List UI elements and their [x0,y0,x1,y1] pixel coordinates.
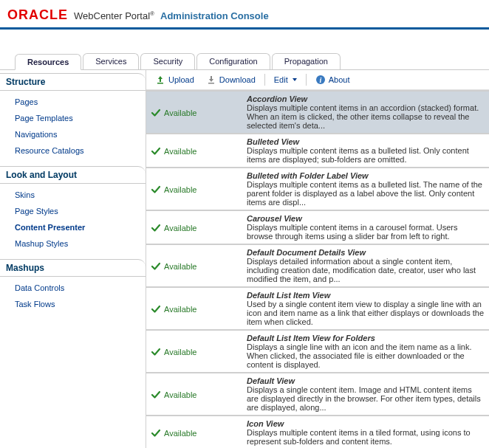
edit-menu-button[interactable]: Edit [271,74,300,86]
list-item[interactable]: AvailableDefault ViewDisplays a single c… [146,372,489,415]
sidebar-item-mashup-styles[interactable]: Mashup Styles [0,235,146,252]
status-label: Available [164,429,196,438]
tab-configuration[interactable]: Configuration [196,53,270,69]
edit-label: Edit [274,75,288,84]
list-item[interactable]: AvailableBulleted ViewDisplays multiple … [146,133,489,167]
list-item[interactable]: AvailableBulleted with Folder Label View… [146,167,489,210]
list-item-description: Displays a single line with an icon and … [247,342,485,369]
list-item-title: Default Document Details View [247,248,485,257]
tab-services[interactable]: Services [83,53,139,69]
list-item-title: Carousel View [247,214,485,223]
list-item-body: Accordion ViewDisplays multiple content … [247,94,485,130]
status-label: Available [164,262,196,271]
list-item-title: Default View [247,376,485,385]
svg-rect-1 [208,83,214,84]
sidebar-item-content-presenter[interactable]: Content Presenter [0,219,146,235]
checkmark-icon [151,185,161,195]
status-badge: Available [151,376,247,412]
list-item-description: Displays detailed information about a si… [247,257,485,283]
sidebar-item-page-styles[interactable]: Page Styles [0,203,146,219]
status-label: Available [164,147,196,156]
tab-resources[interactable]: Resources [15,54,81,70]
list-item[interactable]: AvailableCarousel ViewDisplays multiple … [146,210,489,244]
sidebar-item-skins[interactable]: Skins [0,187,146,203]
status-label: Available [164,185,196,194]
sidebar-item-pages[interactable]: Pages [0,94,146,110]
checkmark-icon [151,390,161,400]
list-item-description: Displays multiple content items as a bul… [247,180,485,207]
list-item[interactable]: AvailableDefault List Item ViewUsed by a… [146,286,489,329]
list-item-title: Default List Item View for Folders [247,334,485,342]
list-item-description: Displays a single content item. Image an… [247,385,485,412]
checkmark-icon [151,304,161,314]
list-item-description: Displays multiple content items in an ac… [247,103,485,130]
info-icon: i [315,75,326,85]
upload-button[interactable]: Upload [152,73,197,86]
main-tabs: ResourcesServicesSecurityConfigurationPr… [0,30,489,70]
sidebar-item-page-templates[interactable]: Page Templates [0,110,146,126]
status-label: Available [164,390,196,399]
status-label: Available [164,305,196,314]
list-item-body: Default List Item View for FoldersDispla… [247,334,485,369]
sidebar: StructurePagesPage TemplatesNavigationsR… [0,70,146,448]
header: ORACLE WebCenter Portal® Administration … [0,0,489,30]
list-item[interactable]: AvailableDefault List Item View for Fold… [146,329,489,372]
status-label: Available [164,108,196,117]
tab-propagation[interactable]: Propagation [272,53,341,69]
status-label: Available [164,348,196,356]
list-item-title: Bulleted with Folder Label View [247,171,485,180]
list-item-title: Icon View [247,419,485,428]
download-icon [206,75,216,85]
toolbar-separator [306,74,307,86]
download-label: Download [219,75,256,84]
svg-rect-0 [157,83,163,84]
list-item-body: Default Document Details ViewDisplays de… [247,248,485,283]
list-item-body: Default ViewDisplays a single content it… [247,376,485,412]
list-item-description: Displays multiple content items in a car… [247,223,485,241]
status-badge: Available [151,137,247,164]
list-item-body: Icon ViewDisplays multiple content items… [247,419,485,446]
list-item-description: Displays multiple content items as a bul… [247,146,485,164]
checkmark-icon [151,347,161,357]
status-badge: Available [151,248,247,283]
sidebar-item-data-controls[interactable]: Data Controls [0,280,146,296]
status-badge: Available [151,334,247,369]
list-item[interactable]: AvailableAccordion ViewDisplays multiple… [146,90,489,133]
status-badge: Available [151,214,247,241]
download-button[interactable]: Download [203,73,259,86]
content-list: AvailableAccordion ViewDisplays multiple… [146,90,489,448]
checkmark-icon [151,108,161,118]
sidebar-item-navigations[interactable]: Navigations [0,126,146,142]
sidebar-item-resource-catalogs[interactable]: Resource Catalogs [0,142,146,159]
tab-security[interactable]: Security [140,53,195,69]
sidebar-section-head: Structure [0,73,146,91]
checkmark-icon [151,146,161,156]
list-item-body: Bulleted ViewDisplays multiple content i… [247,137,485,164]
status-badge: Available [151,94,247,130]
checkmark-icon [151,428,161,438]
about-button[interactable]: i About [312,73,353,86]
list-item-description: Displays multiple content items in a til… [247,428,485,446]
list-item-title: Accordion View [247,94,485,103]
checkmark-icon [151,223,161,233]
svg-text:i: i [319,76,321,84]
list-item-title: Bulleted View [247,137,485,146]
status-badge: Available [151,291,247,326]
status-badge: Available [151,419,247,446]
page-title: Administration Console [160,10,269,21]
chevron-down-icon [293,78,297,81]
status-badge: Available [151,171,247,207]
list-item[interactable]: AvailableIcon ViewDisplays multiple cont… [146,415,489,448]
content-area: Upload Download Edit i About Available [146,70,489,448]
toolbar-separator [264,74,265,86]
sidebar-section-head: Mashups [0,259,146,277]
list-item[interactable]: AvailableDefault Document Details ViewDi… [146,244,489,286]
checkmark-icon [151,261,161,272]
toolbar: Upload Download Edit i About [146,70,489,90]
sidebar-section-head: Look and Layout [0,166,146,184]
upload-icon [155,75,165,85]
list-item-title: Default List Item View [247,291,485,300]
list-item-body: Default List Item ViewUsed by a single c… [247,291,485,326]
sidebar-item-task-flows[interactable]: Task Flows [0,296,146,312]
list-item-body: Bulleted with Folder Label ViewDisplays … [247,171,485,207]
